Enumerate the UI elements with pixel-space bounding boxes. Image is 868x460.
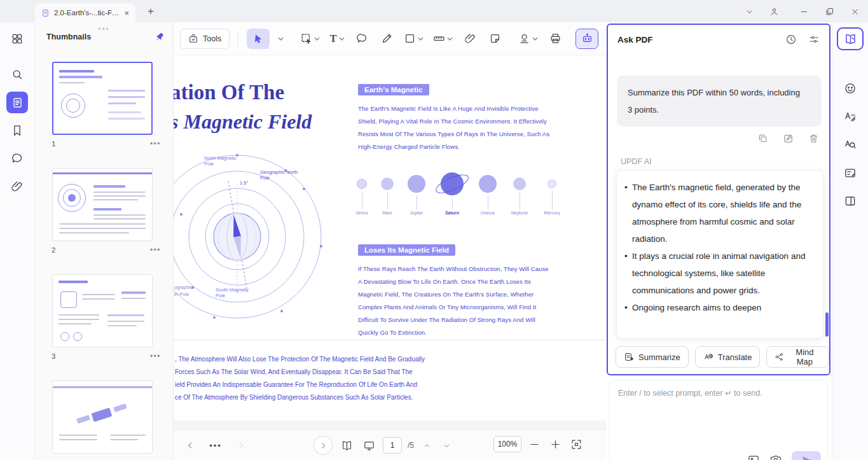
attach-file-tool[interactable] xyxy=(460,29,479,49)
page-number-input[interactable] xyxy=(383,437,402,454)
toolbar: Tools T xyxy=(174,22,606,55)
mind-map-icon xyxy=(775,352,783,362)
zoom-out-button[interactable] xyxy=(526,436,542,452)
new-tab-button[interactable]: + xyxy=(148,5,154,18)
prompt-input[interactable] xyxy=(610,380,827,439)
user-message-bubble: Summarize this PDF within 50 words, incl… xyxy=(617,76,822,127)
minimize-button[interactable] xyxy=(797,5,811,18)
apps-grid-icon[interactable] xyxy=(11,32,24,45)
planet-circle xyxy=(408,175,425,193)
label-south-magnetic-pole: South Magnetic Pole xyxy=(216,287,255,298)
page-layout-icon[interactable] xyxy=(844,195,857,207)
chat-settings-icon[interactable] xyxy=(808,34,820,45)
tab-title: 2.0-Earth's-...tic-Field(4) xyxy=(54,9,120,17)
titlebar: 2.0-Earth's-...tic-Field(4) × + xyxy=(0,0,868,22)
copy-message-icon[interactable] xyxy=(757,133,768,144)
text-tool[interactable]: T xyxy=(327,29,347,49)
comments-icon[interactable] xyxy=(11,152,24,165)
ocr-search-text-icon[interactable] xyxy=(844,138,857,151)
ai-chat-face-icon[interactable] xyxy=(844,82,857,95)
prev-page-button[interactable] xyxy=(181,436,199,454)
edit-message-icon[interactable] xyxy=(783,133,794,144)
next-page-chevron[interactable] xyxy=(439,438,453,452)
comment-tool[interactable] xyxy=(352,29,371,49)
signature-tool[interactable] xyxy=(516,29,540,49)
account-icon[interactable] xyxy=(767,5,781,18)
updf-app-window: 2.0-Earth's-...tic-Field(4) × + ••• Thum… xyxy=(0,0,868,460)
ai-assistant-active-button[interactable] xyxy=(575,29,598,49)
planet-mercury: Mercury xyxy=(537,164,567,215)
ai-robot-icon xyxy=(581,32,593,45)
delete-message-icon[interactable] xyxy=(808,133,819,144)
fit-screen-button[interactable] xyxy=(568,436,584,452)
label-geographic-south-pole-line2: th Pole xyxy=(174,291,214,297)
insert-image-icon[interactable] xyxy=(747,454,760,460)
thumbnail-more-icon[interactable]: ••• xyxy=(150,139,161,148)
presentation-mode-icon[interactable] xyxy=(361,437,377,454)
bottom-text-line: , The Atmosphere Will Also Lose The Prot… xyxy=(175,356,425,363)
planet-circle xyxy=(357,179,367,189)
translate-button[interactable]: Translate xyxy=(695,346,761,368)
page-thumbnail-3[interactable]: 3 ••• xyxy=(46,274,162,361)
pen-tool[interactable] xyxy=(377,29,396,49)
panel-scrollbar[interactable] xyxy=(825,312,829,337)
thumbnail-more-icon[interactable]: ••• xyxy=(150,352,161,361)
shape-tool[interactable] xyxy=(402,29,425,49)
ai-bullet-point: Ongoing research aims to deepen xyxy=(622,299,815,316)
screenshot-icon[interactable] xyxy=(769,454,782,460)
document-tab-icon xyxy=(41,9,50,17)
form-field-icon[interactable] xyxy=(844,167,857,179)
print-tool[interactable] xyxy=(546,29,565,49)
select-tool-dropdown[interactable] xyxy=(271,29,290,49)
toolbar-divider xyxy=(238,31,238,46)
thumbnail-image[interactable] xyxy=(52,168,153,241)
pdf-viewport[interactable]: ation Of The s Magnetic Field xyxy=(174,55,606,429)
sticker-tool[interactable] xyxy=(485,29,504,49)
reader-mode-icon[interactable] xyxy=(338,437,355,454)
thumbnails-title: Thumbnails xyxy=(46,32,91,41)
page-options-button[interactable]: ••• xyxy=(207,436,224,454)
maximize-button[interactable] xyxy=(822,5,836,18)
send-plane-icon xyxy=(801,455,811,460)
bookmark-icon[interactable] xyxy=(11,124,24,137)
next-page-button[interactable] xyxy=(232,436,250,454)
measure-tool[interactable] xyxy=(431,29,455,49)
document-tab[interactable]: 2.0-Earth's-...tic-Field(4) × xyxy=(35,3,135,22)
prompt-input-area[interactable] xyxy=(609,380,828,460)
summarize-button[interactable]: Summarize xyxy=(616,346,689,368)
titlebar-dropdown-icon[interactable] xyxy=(742,5,756,18)
region-select-icon xyxy=(300,32,312,45)
pin-icon[interactable] xyxy=(154,31,165,43)
thumbnail-image[interactable] xyxy=(52,274,153,347)
mind-map-button[interactable]: Mind Map xyxy=(766,346,829,368)
thumbnail-image[interactable] xyxy=(52,380,153,454)
zoom-level[interactable]: 100% xyxy=(493,436,521,452)
page-thumbnail-4[interactable]: 4 ••• xyxy=(46,380,162,460)
bottom-text-line: ce Of The Atmosphere By Shielding Danger… xyxy=(175,394,413,401)
pdf-page: ation Of The s Magnetic Field xyxy=(174,55,606,421)
ai-response-author: UPDF AI xyxy=(621,157,652,166)
reader-panel-active-button[interactable] xyxy=(837,27,864,50)
signature-stamp-icon xyxy=(518,32,530,45)
previous-page-chevron[interactable] xyxy=(420,438,434,452)
thumbnail-more-icon[interactable]: ••• xyxy=(150,246,161,254)
select-tool-active[interactable] xyxy=(247,29,270,49)
tab-close-icon[interactable]: × xyxy=(124,8,129,18)
close-button[interactable] xyxy=(848,5,862,18)
page-thumbnail-1[interactable]: 1 ••• xyxy=(46,62,162,148)
ruler-icon xyxy=(433,32,445,45)
send-button[interactable] xyxy=(792,451,821,460)
snapshot-tool[interactable] xyxy=(298,29,322,49)
tools-button[interactable]: Tools xyxy=(180,29,230,49)
zoom-in-button[interactable] xyxy=(547,436,563,452)
page-thumbnail-2[interactable]: 2 ••• xyxy=(46,168,162,254)
attachment-icon[interactable] xyxy=(11,180,24,193)
chat-history-icon[interactable] xyxy=(785,34,797,45)
translate-text-icon[interactable] xyxy=(844,110,857,123)
sidebar-item-thumbnails-active[interactable] xyxy=(6,92,28,113)
main-viewer: Tools T xyxy=(174,22,606,460)
search-icon[interactable] xyxy=(11,68,24,81)
toolbar-expand-button[interactable] xyxy=(313,436,333,455)
thumbnail-page-number: 2 xyxy=(52,246,55,254)
thumbnail-image[interactable] xyxy=(52,62,153,135)
